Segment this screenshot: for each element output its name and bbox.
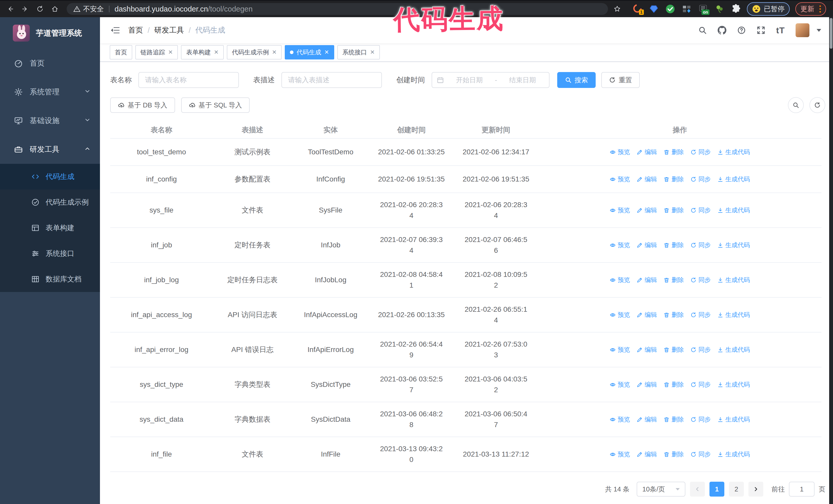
bookmark-star-icon[interactable] — [612, 3, 623, 15]
sync-link[interactable]: 同步 — [690, 241, 711, 249]
delete-link[interactable]: 删除 — [664, 148, 684, 156]
generate-code-link[interactable]: 生成代码 — [717, 311, 750, 319]
puzzle-icon[interactable] — [731, 4, 741, 14]
sync-link[interactable]: 同步 — [690, 345, 711, 354]
table-row[interactable]: inf_job 定时任务表 InfJob 2021-02-07 06:39:3 … — [110, 228, 822, 263]
preview-link[interactable]: 预览 — [610, 415, 630, 424]
table-row[interactable]: sys_dict_data 字典数据表 SysDictData 2021-03-… — [110, 402, 822, 437]
tab-代码生成[interactable]: 代码生成✕ — [285, 45, 334, 59]
preview-link[interactable]: 预览 — [610, 175, 630, 183]
table-desc-input[interactable] — [281, 72, 382, 88]
tab-代码生成示例[interactable]: 代码生成示例✕ — [227, 45, 282, 59]
delete-link[interactable]: 删除 — [664, 415, 684, 424]
tab-链路追踪[interactable]: 链路追踪✕ — [135, 45, 178, 59]
extension-check-icon[interactable] — [665, 4, 675, 14]
table-row[interactable]: sys_file 文件表 SysFile 2021-02-06 20:28:3 … — [110, 193, 822, 228]
generate-code-link[interactable]: 生成代码 — [717, 206, 750, 214]
tab-系统接口[interactable]: 系统接口✕ — [337, 45, 380, 59]
close-icon[interactable]: ✕ — [324, 49, 329, 56]
forward-icon[interactable] — [20, 3, 31, 15]
sync-link[interactable]: 同步 — [690, 450, 711, 458]
home-icon[interactable] — [49, 3, 61, 15]
sidebar-item-system-api[interactable]: 系统接口 — [0, 241, 100, 266]
table-row[interactable]: inf_api_error_log API 错误日志 InfApiErrorLo… — [110, 333, 822, 367]
reload-icon[interactable] — [34, 3, 46, 15]
generate-code-link[interactable]: 生成代码 — [717, 380, 750, 389]
delete-link[interactable]: 删除 — [664, 345, 684, 354]
github-icon[interactable] — [718, 26, 727, 34]
table-row[interactable]: inf_config 参数配置表 InfConfig 2021-02-06 19… — [110, 166, 822, 193]
avatar-caret-icon[interactable] — [816, 29, 821, 32]
sidebar-item-devtools[interactable]: 研发工具 — [0, 135, 100, 164]
generate-code-link[interactable]: 生成代码 — [717, 450, 750, 458]
preview-link[interactable]: 预览 — [610, 148, 630, 156]
preview-link[interactable]: 预览 — [610, 380, 630, 389]
page-button-2[interactable]: 2 — [729, 482, 744, 497]
sync-link[interactable]: 同步 — [690, 380, 711, 389]
browser-profile-chip[interactable]: 已暂停 — [747, 2, 790, 16]
app-logo[interactable]: 芋道管理系统 — [0, 17, 100, 49]
search-icon[interactable] — [698, 26, 707, 34]
sync-link[interactable]: 同步 — [690, 276, 711, 284]
search-button[interactable]: 搜索 — [557, 72, 596, 88]
refresh-table-button[interactable] — [809, 97, 825, 113]
extension-orange-icon[interactable]: 1 — [632, 4, 643, 14]
sidebar-item-home[interactable]: 首页 — [0, 49, 100, 78]
prev-page-button[interactable] — [690, 482, 705, 497]
tab-首页[interactable]: 首页 — [110, 45, 132, 59]
extension-on-icon[interactable]: on — [698, 4, 709, 14]
fullscreen-icon[interactable] — [757, 26, 765, 34]
sync-link[interactable]: 同步 — [690, 415, 711, 424]
table-row[interactable]: inf_api_access_log API 访问日志表 InfApiAcces… — [110, 297, 822, 333]
edit-link[interactable]: 编辑 — [637, 311, 657, 319]
table-row[interactable]: inf_job_log 定时任务日志表 InfJobLog 2021-02-08… — [110, 263, 822, 297]
generate-code-link[interactable]: 生成代码 — [717, 175, 750, 183]
browser-menu-icon[interactable] — [819, 5, 821, 13]
generate-code-link[interactable]: 生成代码 — [717, 415, 750, 424]
sidebar-item-form-builder[interactable]: 表单构建 — [0, 215, 100, 241]
delete-link[interactable]: 删除 — [664, 241, 684, 249]
sidebar-item-db-doc[interactable]: 数据库文档 — [0, 266, 100, 292]
preview-link[interactable]: 预览 — [610, 450, 630, 458]
delete-link[interactable]: 删除 — [664, 206, 684, 214]
edit-link[interactable]: 编辑 — [637, 206, 657, 214]
sync-link[interactable]: 同步 — [690, 175, 711, 183]
edit-link[interactable]: 编辑 — [637, 450, 657, 458]
edit-link[interactable]: 编辑 — [637, 380, 657, 389]
help-icon[interactable] — [737, 26, 746, 34]
db-import-button[interactable]: 基于 DB 导入 — [110, 97, 175, 113]
back-icon[interactable] — [5, 3, 16, 15]
generate-code-link[interactable]: 生成代码 — [717, 241, 750, 249]
preview-link[interactable]: 预览 — [610, 345, 630, 354]
sidebar-fold-icon[interactable] — [110, 25, 121, 36]
edit-link[interactable]: 编辑 — [637, 148, 657, 156]
sync-link[interactable]: 同步 — [690, 148, 711, 156]
preview-link[interactable]: 预览 — [610, 276, 630, 284]
delete-link[interactable]: 删除 — [664, 450, 684, 458]
date-range-picker[interactable]: 开始日期 - 结束日期 — [432, 72, 549, 88]
generate-code-link[interactable]: 生成代码 — [717, 148, 750, 156]
reset-button[interactable]: 重置 — [601, 72, 640, 88]
table-row[interactable]: tool_test_demo 测试示例表 ToolTestDemo 2021-0… — [110, 139, 822, 166]
delete-link[interactable]: 删除 — [664, 276, 684, 284]
address-bar[interactable]: 不安全 dashboard.yudao.iocoder.cn/tool/code… — [67, 3, 608, 15]
close-icon[interactable]: ✕ — [214, 49, 218, 56]
close-icon[interactable]: ✕ — [370, 49, 375, 56]
browser-update-button[interactable]: 更新 — [795, 2, 826, 16]
close-icon[interactable]: ✕ — [272, 49, 277, 56]
close-icon[interactable]: ✕ — [168, 49, 173, 56]
sync-link[interactable]: 同步 — [690, 206, 711, 214]
edit-link[interactable]: 编辑 — [637, 415, 657, 424]
sidebar-item-codegen[interactable]: 代码生成 — [0, 164, 100, 189]
table-name-input[interactable] — [138, 72, 239, 88]
sidebar-item-infra[interactable]: 基础设施 — [0, 106, 100, 135]
table-row[interactable]: sys_dict_type 字典类型表 SysDictType 2021-03-… — [110, 367, 822, 402]
avatar[interactable] — [795, 23, 809, 37]
delete-link[interactable]: 删除 — [664, 175, 684, 183]
edit-link[interactable]: 编辑 — [637, 175, 657, 183]
extension-gem-icon[interactable] — [648, 4, 659, 14]
page-button-1[interactable]: 1 — [710, 482, 724, 497]
delete-link[interactable]: 删除 — [664, 311, 684, 319]
sync-link[interactable]: 同步 — [690, 311, 711, 319]
next-page-button[interactable] — [748, 482, 763, 497]
